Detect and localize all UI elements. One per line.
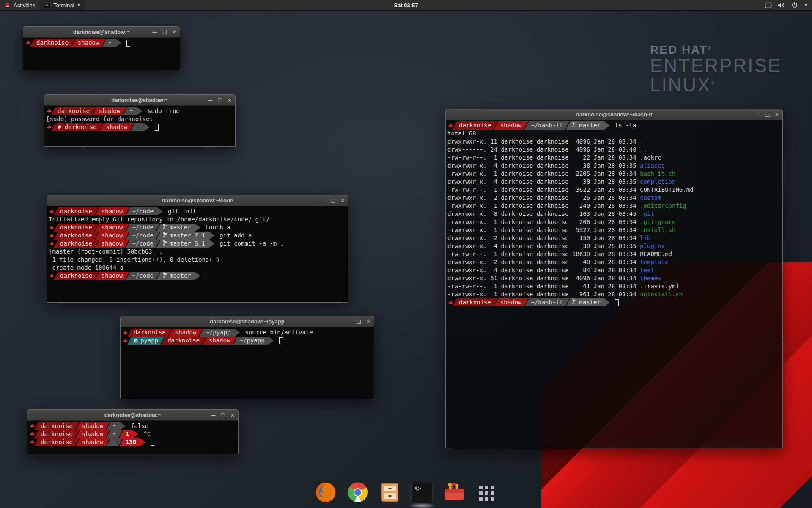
terminal-cursor[interactable] <box>126 40 130 47</box>
terminal-cursor[interactable] <box>206 273 209 279</box>
terminal-window[interactable]: darknoise@shadow:~/bash-it—❑✕darknoisesh… <box>445 109 783 448</box>
prompt-segment-user: darknoise <box>54 272 99 280</box>
close-button[interactable]: ✕ <box>366 319 370 324</box>
window-titlebar[interactable]: darknoise@shadow:~/code—❑✕ <box>47 195 348 206</box>
file-meta: drwxrwxr-x. 2 darknoise darknoise 26 Jan… <box>446 194 640 202</box>
toolbox-icon <box>443 483 465 504</box>
terminal-window[interactable]: darknoise@shadow:~—❑✕darknoiseshadow~fal… <box>27 409 239 454</box>
terminal-content[interactable]: darknoiseshadow~/bash-itmasterls -latota… <box>446 120 782 448</box>
prompt-segment-path: ~/code <box>126 240 160 248</box>
close-button[interactable]: ✕ <box>230 413 235 418</box>
file-list-row: -rw-rw-r--. 1 darknoise darknoise 18630 … <box>446 250 782 258</box>
files-launcher[interactable] <box>378 481 402 505</box>
maximize-button[interactable]: ❑ <box>765 112 770 117</box>
file-meta: -rw-rw-r--. 1 darknoise darknoise 22 Jan… <box>446 154 640 162</box>
maximize-button[interactable]: ❑ <box>331 198 335 203</box>
file-list-row: -rwxrwxr-x. 1 darknoise darknoise 2205 J… <box>446 170 782 178</box>
redhat-prompt-icon <box>49 272 55 280</box>
maximize-button[interactable]: ❑ <box>218 98 222 103</box>
prompt-segment-host: shadow <box>95 207 129 215</box>
redhat-prompt-icon <box>47 107 52 115</box>
terminal-content[interactable]: darknoiseshadow~falsedarknoiseshadow~1^C… <box>27 421 238 454</box>
command-text: git commit -a -m . <box>219 240 284 248</box>
window-titlebar[interactable]: darknoise@shadow:~/bash-it—❑✕ <box>446 109 782 120</box>
clock[interactable]: Sat 03:57 <box>394 2 418 8</box>
minimize-button[interactable]: — <box>211 413 216 418</box>
maximize-button[interactable]: ❑ <box>221 413 225 418</box>
terminal-content[interactable]: darknoiseshadow~/pyappsource bin/activat… <box>121 327 374 399</box>
file-name: bash_it.sh <box>640 170 675 178</box>
file-meta: drwxrwxr-x. 2 darknoise darknoise 40 Jan… <box>446 258 640 266</box>
prompt-segment-path: ~ <box>106 422 125 430</box>
power-icon[interactable] <box>791 2 798 8</box>
git-branch-icon <box>163 224 167 232</box>
file-meta: -rwxrwxr-x. 1 darknoise darknoise 5327 J… <box>446 226 640 234</box>
close-button[interactable]: ✕ <box>340 198 345 203</box>
terminal-content[interactable]: darknoiseshadow~ <box>23 38 180 71</box>
firefox-launcher[interactable] <box>313 481 338 505</box>
window-titlebar[interactable]: darknoise@shadow:~—❑✕ <box>27 410 238 421</box>
prompt-line: darknoiseshadow~false <box>27 422 238 430</box>
prompt-segment-host: shadow <box>169 329 203 337</box>
command-text: git init <box>168 207 196 215</box>
file-name: uninstall.sh <box>640 290 683 298</box>
git-branch-icon <box>572 121 576 130</box>
files-icon <box>379 482 401 505</box>
file-list-row: drwxrwxr-x. 4 darknoise darknoise 38 Jan… <box>446 162 782 170</box>
terminal-window[interactable]: darknoise@shadow:~—❑✕darknoiseshadow~ <box>23 26 180 71</box>
window-titlebar[interactable]: darknoise@shadow:~/pyapp—❑✕ <box>121 316 374 327</box>
maximize-button[interactable]: ❑ <box>162 30 167 35</box>
minimize-button[interactable]: — <box>346 319 351 324</box>
terminal-cursor[interactable] <box>151 439 154 446</box>
chrome-launcher[interactable] <box>346 481 370 505</box>
terminal-cursor[interactable] <box>279 337 283 344</box>
close-button[interactable]: ✕ <box>228 98 232 103</box>
volume-icon[interactable] <box>778 2 785 8</box>
close-button[interactable]: ✕ <box>172 30 176 35</box>
maximize-button[interactable]: ❑ <box>357 319 361 324</box>
activities-button[interactable]: Activities <box>0 0 39 10</box>
prompt-segment-host: shadow <box>93 107 127 115</box>
terminal-launcher[interactable]: $> <box>410 481 434 505</box>
terminal-window[interactable]: darknoise@shadow:~/code—❑✕darknoiseshado… <box>47 195 348 303</box>
app-menu-terminal[interactable]: $> Terminal ▼ <box>39 0 85 10</box>
terminal-content[interactable]: darknoiseshadow~sudo true[sudo] password… <box>44 106 235 146</box>
prompt-segment-git: master <box>566 121 610 130</box>
file-name: .travis.yml <box>640 282 679 290</box>
file-meta: drwxrwxr-x. 8 darknoise darknoise 163 Ja… <box>446 210 640 218</box>
window-titlebar[interactable]: darknoise@shadow:~—❑✕ <box>23 27 180 38</box>
terminal-window[interactable]: darknoise@shadow:~/pyapp—❑✕darknoiseshad… <box>120 316 374 399</box>
window-titlebar[interactable]: darknoise@shadow:~—❑✕ <box>44 95 235 106</box>
command-text: git add a <box>219 232 252 240</box>
prompt-segment-host: shadow <box>203 337 237 345</box>
redhat-prompt-icon <box>448 298 453 306</box>
terminal-content[interactable]: darknoiseshadow~/codegit initInitialized… <box>47 206 348 302</box>
prompt-segment-venv: pyapp <box>127 337 165 345</box>
terminal-cursor[interactable] <box>615 299 619 306</box>
minimize-button[interactable]: — <box>208 98 213 103</box>
minimize-button[interactable]: — <box>755 112 760 117</box>
terminal-window[interactable]: darknoise@shadow:~—❑✕darknoiseshadow~sud… <box>44 94 236 147</box>
prompt-line: darknoiseshadow~1^C <box>27 430 238 438</box>
output-text: total 68 <box>446 130 476 138</box>
toolbox-launcher[interactable] <box>442 481 466 505</box>
file-meta: -rw-rw-r--. 1 darknoise darknoise 41 Jan… <box>446 282 640 290</box>
display-icon[interactable] <box>765 2 772 8</box>
terminal-mini-icon: $> <box>44 2 51 8</box>
minimize-button[interactable]: — <box>321 198 326 203</box>
output-line: total 68 <box>446 130 782 138</box>
prompt-segment-user: darknoise <box>34 430 79 438</box>
chevron-down-icon[interactable]: ▼ <box>804 3 808 7</box>
prompt-line: darknoiseshadow~/codemaster S:1git commi… <box>47 240 348 248</box>
file-name: themes <box>640 274 661 282</box>
minimize-button[interactable]: — <box>152 30 157 35</box>
prompt-segment-user: darknoise <box>54 224 99 232</box>
terminal-cursor[interactable] <box>155 124 159 131</box>
dock: $> <box>313 481 499 505</box>
prompt-segment-git: master S:1 <box>156 240 214 248</box>
app-grid-launcher[interactable] <box>474 481 499 505</box>
close-button[interactable]: ✕ <box>775 112 779 117</box>
redhat-prompt-icon <box>49 232 55 240</box>
prompt-segment-path: ~ <box>102 39 121 47</box>
prompt-segment-host: shadow <box>76 430 110 438</box>
